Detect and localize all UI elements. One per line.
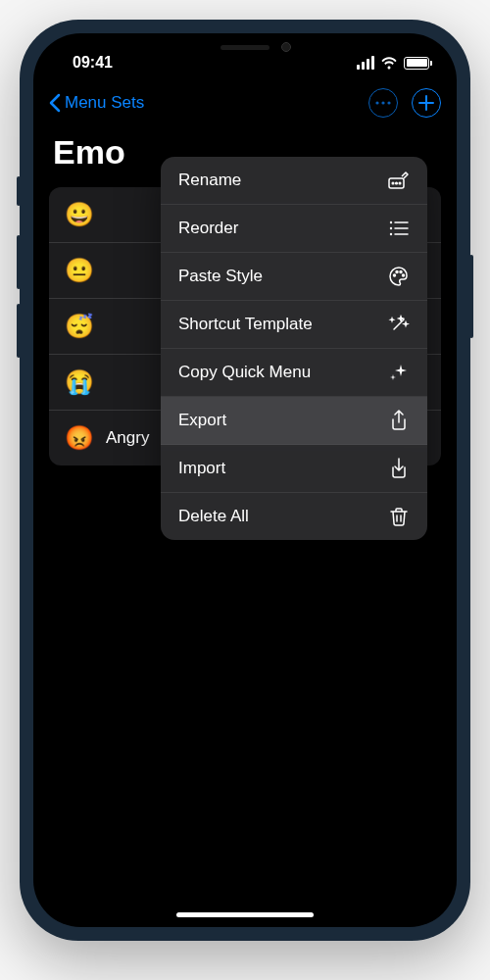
svg-point-8 [390,227,392,229]
rename-icon [388,170,410,191]
silent-switch [17,176,21,206]
svg-point-13 [403,274,405,276]
menu-item-label: Delete All [178,507,249,526]
menu-item-label: Shortcut Template [178,315,313,334]
menu-item-export[interactable]: Export [161,397,427,445]
volume-up-button [17,235,21,289]
svg-point-7 [390,221,392,223]
menu-item-import[interactable]: Import [161,445,427,493]
screen: 09:41 Menu Sets [33,33,457,927]
menu-item-label: Rename [178,171,241,190]
sparkle-icon [388,362,410,383]
home-indicator[interactable] [176,912,314,917]
emoji-icon: 😴 [65,313,92,340]
svg-point-11 [396,271,398,273]
svg-point-1 [381,101,384,104]
menu-item-paste-style[interactable]: Paste Style [161,253,427,301]
export-icon [388,410,410,431]
import-icon [388,458,410,479]
wand-icon [388,314,410,335]
emoji-icon: 😀 [65,201,92,228]
menu-item-reorder[interactable]: Reorder [161,205,427,253]
svg-point-5 [396,182,398,184]
status-indicators [357,56,429,70]
svg-point-10 [394,274,396,276]
svg-point-9 [390,233,392,235]
svg-point-2 [387,101,390,104]
nav-right-buttons [368,88,441,118]
emoji-icon: 😭 [65,368,92,396]
chevron-left-icon [49,93,61,113]
status-time: 09:41 [61,54,113,72]
trash-icon [388,506,410,527]
power-button [469,255,473,338]
wifi-icon [380,57,398,70]
menu-item-shortcut-template[interactable]: Shortcut Template [161,301,427,349]
menu-item-label: Export [178,411,226,430]
reorder-icon [388,218,410,239]
palette-icon [388,266,410,287]
menu-item-label: Import [178,459,225,478]
front-camera [281,42,291,52]
back-button[interactable]: Menu Sets [49,93,144,113]
menu-item-label: Reorder [178,219,238,238]
menu-item-label: Copy Quick Menu [178,363,311,382]
plus-icon [418,95,434,111]
menu-item-label: Paste Style [178,267,263,286]
volume-down-button [17,304,21,358]
speaker [220,45,270,50]
phone-frame: 09:41 Menu Sets [20,20,470,941]
back-label: Menu Sets [65,93,144,113]
cellular-signal-icon [357,56,374,70]
navigation-bar: Menu Sets [33,80,457,125]
menu-item-delete-all[interactable]: Delete All [161,493,427,540]
emoji-icon: 😐 [65,257,92,284]
context-menu: Rename Reorder [161,157,427,540]
svg-point-4 [392,182,394,184]
menu-item-rename[interactable]: Rename [161,157,427,205]
add-button[interactable] [412,88,441,118]
svg-point-6 [399,182,401,184]
ellipsis-icon [375,101,391,105]
more-options-button[interactable] [368,88,398,118]
menu-item-copy-quick-menu[interactable]: Copy Quick Menu [161,349,427,397]
notch [172,33,318,61]
svg-point-0 [375,101,378,104]
battery-icon [404,57,429,70]
svg-point-12 [400,271,402,273]
emoji-icon: 😡 [65,424,92,452]
